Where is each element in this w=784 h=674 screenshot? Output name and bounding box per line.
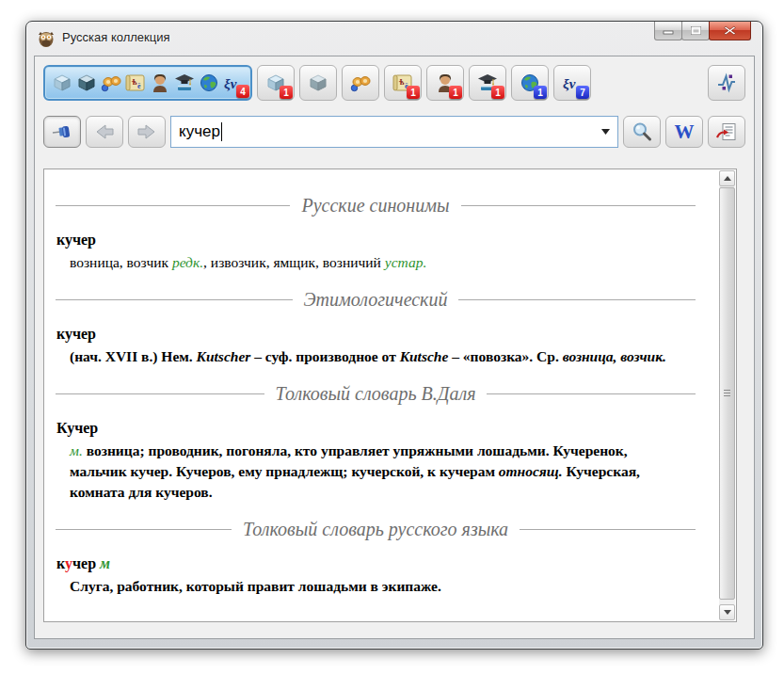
wikipedia-w-icon: W [675,120,695,144]
results-text: Русские синонимы кучер возница, возчик р… [44,169,718,621]
heading-rule [56,205,290,206]
client-area: ѣё ξν 4 1 [34,56,755,639]
minimize-button[interactable] [654,22,682,40]
heading-rule [56,529,232,530]
heading-rule [56,299,293,300]
tune-pulse-icon [715,72,738,94]
close-button[interactable] [709,22,751,40]
section-synonyms: Русские синонимы кучер возница, возчик р… [44,192,718,273]
result-count-badge: 1 [449,86,462,99]
etymology-scroll-icon: ѣё [124,72,147,94]
triangle-up-icon [724,176,731,181]
entry-body: Слуга, работник, который правит лошадьми… [70,576,680,597]
scroll-up-button[interactable] [719,170,735,186]
heading-rule [487,393,696,394]
binoculars-icon [349,72,372,94]
entry-headword: кучер м [56,554,680,574]
titlebar[interactable]: Русская коллекция [26,22,762,56]
window-title: Русская коллекция [62,30,170,44]
globe-icon [198,72,220,94]
scroll-down-button[interactable] [719,604,735,620]
forward-button[interactable] [128,116,166,148]
section-title: Этимологический [293,289,459,311]
entry-headword: кучер [56,230,680,250]
dict-button-xi-nu[interactable]: ξν 7 [553,65,591,101]
forward-arrow-icon [136,120,158,143]
section-title: Русские синонимы [290,195,460,217]
results-pane[interactable]: Русские синонимы кучер возница, возчик р… [43,168,737,622]
section-heading: Толковый словарь русского языка [56,516,696,542]
cube-dark-icon [307,72,329,94]
back-button[interactable] [86,116,123,148]
svg-text:ξν: ξν [224,76,237,91]
dict-button-cube-dark[interactable] [299,65,337,101]
dict-button-etymology[interactable]: ѣё 1 [384,65,422,101]
entry-body: возница, возчик редк., извозчик, ямщик, … [70,252,680,273]
section-etymology: Этимологический кучер (нач. XVII в.) Нем… [44,286,718,367]
section-title: Толковый словарь русского языка [232,519,520,540]
dict-button-education[interactable]: 1 [469,65,506,101]
dropdown-arrow-icon[interactable] [597,120,614,143]
result-count-badge: 7 [576,86,589,99]
heading-rule [520,529,696,530]
dict-button-dahl[interactable]: 1 [426,65,464,101]
text-caret [221,122,222,141]
education-cap-icon [173,72,196,94]
search-row: кучер W [43,115,745,149]
search-input-value: кучер [179,122,220,141]
wikipedia-button[interactable]: W [665,116,703,148]
section-title: Толковый словарь В.Даля [264,383,488,405]
entry-headword: кучер [56,324,680,345]
search-button[interactable] [623,116,661,148]
dahl-portrait-icon [149,72,171,94]
section-dahl: Толковый словарь В.Даля Кучер м. возница… [44,380,718,503]
back-arrow-icon [93,120,116,143]
result-count-badge: 1 [491,86,504,99]
all-dictionaries-button[interactable]: ѣё ξν 4 [43,65,252,101]
app-window: Русская коллекция [25,21,763,650]
maximize-button[interactable] [681,22,710,40]
cube-light-icon [51,72,73,94]
svg-text:ё: ё [137,82,141,90]
thumb-grip [724,390,730,396]
pushpin-icon [51,120,73,143]
heading-rule [458,299,696,300]
section-heading: Русские синонимы [56,192,696,218]
dict-button-globe[interactable]: 1 [511,65,549,101]
entry-body: м. возница; проводник, погоняла, кто упр… [70,441,680,503]
scrollbar-thumb[interactable] [719,187,735,600]
result-count-badge: 1 [407,86,420,99]
export-button[interactable] [708,116,745,148]
dict-button-cube-light[interactable]: 1 [257,65,295,101]
owl-app-icon [37,29,56,48]
heading-rule [56,393,264,394]
search-input[interactable]: кучер [170,116,618,148]
dict-button-binoculars[interactable] [342,65,379,101]
svg-text:ξν: ξν [563,76,576,91]
section-heading: Этимологический [56,286,696,313]
dictionary-toolbar: ѣё ξν 4 1 [43,64,745,102]
entry-body: (нач. XVII в.) Нем. Kutscher – суф. прои… [70,346,680,367]
binoculars-icon [100,72,122,94]
export-document-icon [715,120,738,143]
settings-button[interactable] [708,65,745,101]
result-count-badge: 4 [236,85,249,98]
section-heading: Толковый словарь В.Даля [56,380,696,407]
heading-rule [461,205,696,206]
pin-button[interactable] [43,116,81,148]
magnifier-icon [631,120,653,143]
cube-dark-icon [75,72,98,94]
result-count-badge: 1 [534,86,547,99]
vertical-scrollbar[interactable] [719,170,735,620]
section-ozhegov: Толковый словарь русского языка кучер м … [44,516,718,597]
entry-headword: Кучер [56,418,680,439]
result-count-badge: 1 [280,86,293,99]
triangle-down-icon [724,610,731,615]
